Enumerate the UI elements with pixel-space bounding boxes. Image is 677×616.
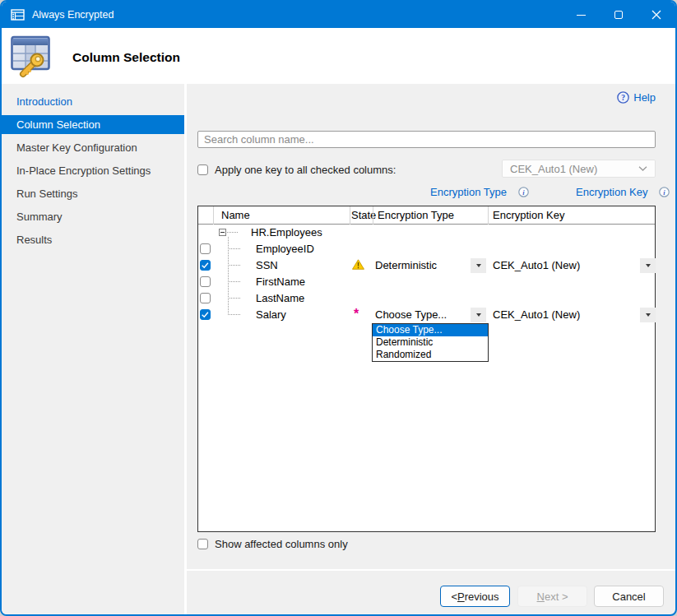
sidebar-item-in-place-encryption-settings[interactable]: In-Place Encryption Settings [2, 161, 184, 180]
encryption-key-cell[interactable]: CEK_Auto1 (New) [493, 307, 580, 323]
dropdown-option-choose-type[interactable]: Choose Type... [373, 324, 488, 336]
cek-key-value: CEK_Auto1 (New) [510, 163, 597, 175]
sidebar-item-column-selection[interactable]: Column Selection [2, 115, 184, 134]
checkmark-icon [201, 310, 210, 319]
wizard-steps-sidebar: Introduction Column Selection Master Key… [2, 84, 184, 614]
column-name: Salary [256, 307, 286, 323]
header-encryption-key: Encryption Key [493, 206, 564, 225]
encryption-key-link-label: Encryption Key [576, 186, 647, 198]
close-button[interactable] [638, 2, 675, 28]
chevron-down-icon [638, 166, 647, 171]
table-row-salary: Salary * Choose Type... CEK_Auto1 (New) [198, 307, 655, 323]
apply-one-key-checkbox[interactable] [197, 164, 208, 175]
encryption-key-dropdown-button[interactable] [640, 258, 656, 273]
footer-separator [187, 569, 675, 571]
help-link[interactable]: ? Help [617, 91, 656, 104]
show-affected-row: Show affected columns only [197, 538, 348, 550]
show-affected-checkbox[interactable] [197, 539, 208, 549]
encryption-type-dropdown-button[interactable] [471, 308, 486, 322]
next-button[interactable]: Next > [517, 586, 587, 607]
header-name: Name [221, 206, 250, 225]
table-name: HR.Employees [251, 225, 322, 241]
apply-one-key-row: Apply one key to all checked columns: [197, 162, 396, 177]
column-name: LastName [256, 290, 304, 307]
checkmark-icon [201, 261, 210, 270]
sidebar-item-summary[interactable]: Summary [2, 207, 184, 226]
table-row-employeeid: EmployeeID [198, 241, 655, 257]
table-row-lastname: LastName [198, 290, 655, 307]
warning-icon [352, 259, 365, 272]
window-controls [562, 2, 675, 28]
help-label: Help [633, 91, 656, 104]
info-icon[interactable]: i [518, 187, 529, 197]
search-column-input[interactable] [197, 131, 656, 148]
encryption-key-cell[interactable]: CEK_Auto1 (New) [493, 257, 580, 274]
column-name: SSN [256, 257, 278, 274]
previous-button[interactable]: < Previous [440, 586, 510, 607]
always-encrypted-wizard-window: Always Encrypted [0, 0, 677, 616]
cek-key-select[interactable]: CEK_Auto1 (New) [502, 160, 656, 178]
table-row-firstname: FirstName [198, 274, 655, 290]
header-encryption-type: Encryption Type [378, 206, 454, 225]
wizard-body: Introduction Column Selection Master Key… [2, 84, 675, 614]
sidebar-item-introduction[interactable]: Introduction [2, 92, 184, 111]
row-checkbox-ssn[interactable] [200, 260, 211, 271]
collapse-expander-icon[interactable] [219, 229, 226, 236]
cancel-button[interactable]: Cancel [594, 586, 664, 607]
close-icon [651, 10, 661, 20]
sidebar-item-results[interactable]: Results [2, 230, 184, 249]
encryption-type-cell[interactable]: Choose Type... [375, 307, 447, 323]
row-checkbox-firstname[interactable] [200, 276, 211, 287]
table-row-hr-employees: HR.Employees [198, 225, 655, 241]
encryption-type-dropdown-button[interactable] [471, 258, 486, 273]
encryption-key-link[interactable]: Encryption Key i [576, 186, 670, 198]
required-asterisk-icon: * [354, 306, 359, 322]
minimize-button[interactable] [562, 2, 600, 28]
table-key-icon [9, 32, 55, 79]
table-row-ssn: SSN Deterministic CEK_Auto1 (New) [198, 257, 655, 274]
encryption-type-cell[interactable]: Deterministic [375, 257, 437, 274]
columns-table: Name State Encryption Type Encryption Ke… [197, 206, 656, 532]
row-checkbox-lastname[interactable] [200, 293, 211, 303]
maximize-button[interactable] [600, 2, 638, 28]
encryption-key-dropdown-button[interactable] [640, 308, 656, 322]
encryption-type-link[interactable]: Encryption Type i [430, 186, 529, 198]
svg-text:?: ? [621, 94, 625, 102]
titlebar: Always Encrypted [2, 2, 675, 28]
page-title: Column Selection [72, 50, 180, 65]
dropdown-option-randomized[interactable]: Randomized [373, 349, 488, 361]
wizard-header: Column Selection [2, 28, 675, 84]
column-name: FirstName [256, 274, 305, 290]
dropdown-option-deterministic[interactable]: Deterministic [373, 336, 488, 349]
apply-one-key-label: Apply one key to all checked columns: [215, 164, 396, 176]
show-affected-label: Show affected columns only [215, 538, 348, 550]
columns-table-header: Name State Encryption Type Encryption Ke… [198, 206, 655, 225]
sidebar-item-run-settings[interactable]: Run Settings [2, 184, 184, 203]
row-checkbox-salary[interactable] [200, 309, 211, 320]
info-icon[interactable]: i [659, 187, 670, 197]
column-selection-panel: ? Help Apply one key to all checked colu… [187, 84, 675, 614]
row-checkbox-employeeid[interactable] [200, 243, 211, 254]
sidebar-item-master-key-configuration[interactable]: Master Key Configuration [2, 138, 184, 157]
column-name: EmployeeID [256, 241, 314, 257]
help-icon: ? [617, 91, 629, 104]
app-icon [11, 8, 25, 21]
minimize-icon [577, 15, 586, 16]
window-title: Always Encrypted [32, 9, 114, 21]
encryption-type-link-label: Encryption Type [430, 186, 507, 198]
maximize-icon [614, 11, 623, 19]
encryption-type-dropdown-list: Choose Type... Deterministic Randomized [372, 323, 489, 362]
